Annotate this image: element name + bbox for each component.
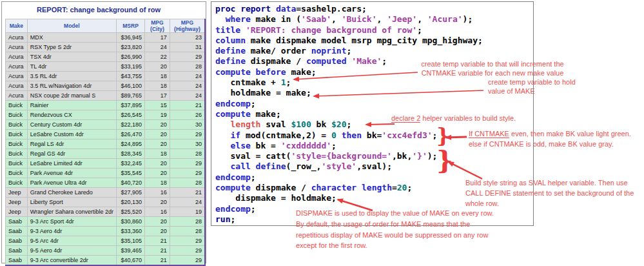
table-row: BuickLeSabre Custom 4dr$26,4702029 (6, 130, 206, 139)
cell-make: Buick (6, 139, 28, 149)
annotation-text: Build style string as SVAL helper variab… (465, 179, 628, 187)
cell-msrp: $24,895 (117, 139, 145, 149)
annotation-note: If CNTMAKE even, then make BK value ligh… (469, 129, 644, 149)
table-row: Saab9-5 Arc 4dr$35,1052129 (6, 236, 206, 246)
table-row: BuickRendezvous CX$26,5451926 (6, 110, 206, 120)
header-row: MakeModelMSRPMPG (City)MPG (Highway) (6, 19, 206, 33)
code-token: data (276, 4, 296, 14)
code-token: call define (230, 161, 286, 171)
table-row: BuickRegal LS 4dr$24,8952030 (6, 139, 206, 149)
brace-mark: } (436, 125, 450, 146)
code-token (337, 130, 342, 140)
code-token: 'Acura' (427, 14, 463, 24)
cell-model: MDX (27, 33, 116, 43)
annotation-text: except for the first row. (296, 241, 367, 249)
cell-msrp: $30,860 (117, 217, 145, 227)
annotation-note: create temp variable to that will increm… (411, 59, 574, 77)
code-token: bk= (362, 130, 382, 140)
code-line: define make/ order noprint; (215, 46, 533, 56)
cell-hwy: 31 (170, 43, 205, 52)
report-output-panel: REPORT: change background of row MakeMod… (1, 1, 206, 263)
code-token: proc report (215, 4, 271, 14)
cell-model: 9-3 Aero 4dr (27, 227, 116, 236)
annotation-text: By default, the usage of order for MAKE … (296, 220, 470, 228)
cell-msrp: $35,105 (117, 236, 145, 246)
cell-make: Saab (6, 227, 28, 236)
report-title: REPORT: change background of row (2, 6, 195, 14)
cell-model: 9-5 Arc 4dr (27, 236, 116, 246)
column-header: MPG (City) (145, 19, 170, 33)
cell-msrp: $27,905 (117, 188, 145, 198)
table-row: Acura3.5 RL w/Navigation 4dr$46,1001824 (6, 81, 206, 91)
code-token: endcomp (215, 204, 251, 214)
cell-model: TL 4dr (27, 62, 116, 72)
cell-city: 20 (145, 169, 170, 178)
cell-model: 9-3 Arc Sport 4dr (27, 217, 116, 227)
code-line: endcomp; (215, 99, 533, 109)
table-row: JeepGrand Cherokee Laredo$27,9051621 (6, 188, 206, 198)
code-token: else (230, 141, 250, 150)
column-header: MSRP (117, 19, 145, 33)
column-header: Model (27, 19, 116, 33)
annotation-text: even, then make BK value light green. (509, 130, 631, 138)
table-row: AcuraTSX 4dr$26,9902229 (6, 52, 206, 62)
cell-msrp: $36,945 (117, 33, 145, 43)
cell-msrp: $40,670 (117, 256, 145, 266)
cell-hwy: 29 (170, 52, 205, 62)
code-token: , (417, 14, 427, 24)
table-row: BuickRainier$37,8951521 (6, 101, 206, 110)
annotation-text: create temp variable to hold (488, 78, 576, 86)
cell-city: 21 (145, 246, 170, 256)
cell-city: 20 (145, 120, 170, 130)
annotation-text: value of MAKE (488, 87, 535, 95)
code-token: endcomp (215, 172, 251, 182)
code-token: 'Buick' (342, 14, 377, 24)
code-token: =sashelp.cars; (296, 4, 367, 14)
cell-city: 20 (145, 139, 170, 149)
code-token: bk (311, 119, 331, 129)
cell-msrp: $20,130 (117, 198, 145, 207)
cars-table-body: AcuraMDX$36,9451723AcuraRSX Type S 2dr$2… (6, 33, 206, 266)
cell-model: Regal GS 4dr (27, 149, 116, 159)
cell-msrp: $26,545 (117, 110, 145, 120)
cell-city: 18 (145, 81, 170, 91)
cell-make: Acura (6, 33, 28, 43)
cell-city: 20 (145, 227, 170, 236)
cell-msrp: $43,755 (117, 72, 145, 81)
code-token: make; (286, 67, 317, 77)
cell-make: Jeep (6, 207, 28, 217)
code-token: computed (306, 56, 347, 66)
code-token: define (215, 46, 246, 56)
code-token: cntmake + (215, 77, 281, 87)
code-token: compute before (215, 67, 286, 77)
code-token: 'Jeep' (387, 14, 417, 24)
cell-hwy: 28 (170, 227, 205, 236)
screenshot-root: { "report_panel": { "title": "REPORT: ch… (0, 0, 644, 266)
cell-make: Saab (6, 256, 28, 266)
cars-table: MakeModelMSRPMPG (City)MPG (Highway) Acu… (5, 19, 206, 266)
cell-msrp: $33,360 (117, 227, 145, 236)
code-token: holdmake = make; (215, 88, 311, 97)
cell-msrp: $28,345 (117, 149, 145, 159)
cell-city: 15 (145, 101, 170, 110)
cell-msrp: $33,195 (117, 62, 145, 72)
code-token: where (226, 14, 251, 24)
table-row: Saab9-3 Aero 4dr$33,3602028 (6, 227, 206, 236)
code-token: 'style' (321, 161, 356, 171)
code-line: holdmake = make; (215, 88, 533, 98)
cell-make: Buick (6, 120, 28, 130)
table-row: AcuraTL 4dr$33,1952028 (6, 62, 206, 72)
code-token: dispmake / (246, 56, 306, 66)
cell-city: 18 (145, 178, 170, 188)
cell-hwy: 24 (170, 91, 205, 101)
cell-make: Acura (6, 91, 28, 101)
code-token: ; (251, 99, 256, 108)
code-token (356, 183, 362, 192)
code-token: sval (260, 119, 291, 129)
code-token: mod(cntmake,2) = (240, 130, 331, 140)
cell-make: Buick (6, 159, 28, 169)
cell-model: 9-3 Arc convertible 2dr (27, 256, 116, 266)
table-row: Saab9-3 Arc convertible 2dr$40,6702129 (6, 256, 206, 266)
code-token: 'Make' (351, 56, 382, 66)
code-token: compute (215, 109, 251, 119)
